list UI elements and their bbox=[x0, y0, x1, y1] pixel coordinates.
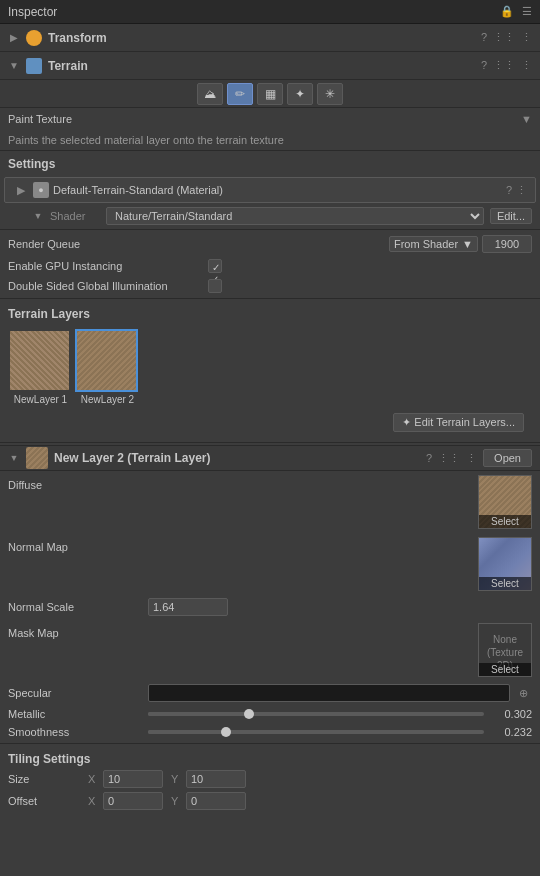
tiling-offset-row: Offset X Y bbox=[0, 790, 540, 812]
transform-expand-icon[interactable]: ▶ bbox=[8, 32, 20, 44]
render-queue-dropdown-value: From Shader bbox=[394, 238, 458, 250]
diffuse-texture-row: Diffuse Select bbox=[0, 471, 540, 533]
diffuse-select-button[interactable]: Select bbox=[479, 515, 531, 528]
material-menu-icon[interactable]: ⋮ bbox=[516, 184, 527, 197]
metallic-label: Metallic bbox=[8, 708, 148, 720]
shader-label: Shader bbox=[50, 210, 100, 222]
normal-scale-row: Normal Scale bbox=[0, 595, 540, 619]
layer-detail-name: New Layer 2 (Terrain Layer) bbox=[54, 451, 420, 465]
normal-map-label: Normal Map bbox=[8, 537, 148, 553]
metallic-slider-row: Metallic 0.302 bbox=[0, 705, 540, 723]
gpu-instancing-checkmark: ✓ bbox=[209, 260, 223, 274]
tiling-settings-header: Tiling Settings bbox=[0, 746, 540, 768]
mask-map-row: Mask Map None(Texture 2D) Select bbox=[0, 619, 540, 681]
terrain-layer-2-thumb bbox=[75, 329, 138, 392]
menu-icon[interactable]: ☰ bbox=[522, 5, 532, 18]
material-row: ▶ ● Default-Terrain-Standard (Material) … bbox=[4, 177, 536, 203]
terrain-layers-header: Terrain Layers bbox=[0, 301, 540, 325]
render-queue-input[interactable] bbox=[482, 235, 532, 253]
edit-terrain-row: ✦ Edit Terrain Layers... bbox=[0, 409, 540, 440]
shader-edit-button[interactable]: Edit... bbox=[490, 208, 532, 224]
double-sided-gi-label: Double Sided Global Illumination bbox=[8, 280, 208, 292]
transform-more-icon[interactable]: ⋮ bbox=[521, 31, 532, 44]
smoothness-slider-row: Smoothness 0.232 bbox=[0, 723, 540, 741]
terrain-layer-1[interactable]: NewLayer 1 bbox=[8, 329, 73, 405]
render-queue-dropdown-arrow: ▼ bbox=[462, 238, 473, 250]
smoothness-slider-thumb bbox=[221, 727, 231, 737]
settings-label: Settings bbox=[0, 151, 540, 175]
shader-row: ▼ Shader Nature/Terrain/Standard Edit... bbox=[0, 205, 540, 227]
transform-section-header: ▶ Transform ? ⋮⋮ ⋮ bbox=[0, 24, 540, 52]
layer-detail-expand-icon[interactable]: ▼ bbox=[8, 452, 20, 464]
layer-detail-menu-icon[interactable]: ⋮⋮ bbox=[438, 452, 460, 465]
render-queue-label: Render Queue bbox=[8, 238, 389, 250]
normal-map-texture-thumb: Select bbox=[478, 537, 532, 591]
terrain-expand-icon[interactable]: ▼ bbox=[8, 60, 20, 72]
double-sided-gi-row: Double Sided Global Illumination bbox=[0, 276, 540, 296]
mask-map-select-button[interactable]: Select bbox=[479, 663, 531, 676]
material-icon: ● bbox=[33, 182, 49, 198]
shader-expand-icon[interactable]: ▼ bbox=[32, 210, 44, 222]
tiling-size-fields: X Y bbox=[88, 770, 246, 788]
terrain-layer-2-texture bbox=[77, 331, 136, 390]
material-expand-icon[interactable]: ▶ bbox=[13, 182, 29, 198]
tiling-size-x-input[interactable] bbox=[103, 770, 163, 788]
material-sphere-icon: ● bbox=[38, 185, 43, 195]
terrain-layer-1-texture bbox=[10, 331, 69, 390]
gpu-instancing-label: Enable GPU Instancing bbox=[8, 260, 208, 272]
tiling-offset-label: Offset bbox=[8, 795, 88, 807]
render-queue-dropdown[interactable]: From Shader ▼ bbox=[389, 236, 478, 252]
normal-scale-input[interactable] bbox=[148, 598, 228, 616]
smoothness-slider-track[interactable] bbox=[148, 730, 484, 734]
transform-menu-icon[interactable]: ⋮⋮ bbox=[493, 31, 515, 44]
title-bar-icons: 🔒 ☰ bbox=[500, 5, 532, 18]
terrain-layer-2[interactable]: NewLayer 2 bbox=[75, 329, 140, 405]
paint-texture-button[interactable]: ✏ bbox=[227, 83, 253, 105]
gpu-instancing-row: Enable GPU Instancing ✓ bbox=[0, 256, 540, 276]
edit-terrain-layers-button[interactable]: ✦ Edit Terrain Layers... bbox=[393, 413, 524, 432]
layer-detail-icons: ? ⋮⋮ ⋮ bbox=[426, 452, 477, 465]
terrain-layers-grid: NewLayer 1 NewLayer 2 bbox=[0, 325, 540, 409]
tiling-size-y-input[interactable] bbox=[186, 770, 246, 788]
gpu-instancing-checkbox[interactable]: ✓ bbox=[208, 259, 222, 273]
metallic-slider-track[interactable] bbox=[148, 712, 484, 716]
tiling-offset-y-group: Y bbox=[171, 792, 246, 810]
specular-row: Specular ⊕ bbox=[0, 681, 540, 705]
paint-texture-row: Paint Texture ▼ bbox=[0, 108, 540, 130]
diffuse-label: Diffuse bbox=[8, 475, 148, 491]
smooth-button[interactable]: ▦ bbox=[257, 83, 283, 105]
transform-title: Transform bbox=[48, 31, 475, 45]
layer-detail-more-icon[interactable]: ⋮ bbox=[466, 452, 477, 465]
layer-detail-header: ▼ New Layer 2 (Terrain Layer) ? ⋮⋮ ⋮ Ope… bbox=[0, 445, 540, 471]
tiling-size-x-axis: X bbox=[88, 773, 100, 785]
specular-eyedropper-icon[interactable]: ⊕ bbox=[514, 684, 532, 702]
smoothness-label: Smoothness bbox=[8, 726, 148, 738]
specular-color-swatch[interactable] bbox=[148, 684, 510, 702]
terrain-toolbar: ⛰ ✏ ▦ ✦ ✳ bbox=[0, 80, 540, 108]
layer-open-button[interactable]: Open bbox=[483, 449, 532, 467]
double-sided-gi-checkbox[interactable] bbox=[208, 279, 222, 293]
terrain-layer-1-label: NewLayer 1 bbox=[8, 394, 73, 405]
terrain-help-icon[interactable]: ? bbox=[481, 59, 487, 72]
tiling-offset-x-axis: X bbox=[88, 795, 100, 807]
layer-detail-help-icon[interactable]: ? bbox=[426, 452, 432, 465]
tiling-offset-fields: X Y bbox=[88, 792, 246, 810]
terrain-title: Terrain bbox=[48, 59, 475, 73]
material-help-icon[interactable]: ? bbox=[506, 184, 512, 197]
lock-icon[interactable]: 🔒 bbox=[500, 5, 514, 18]
trees-button[interactable]: ✳ bbox=[317, 83, 343, 105]
paint-texture-label: Paint Texture bbox=[8, 113, 72, 125]
tiling-size-label: Size bbox=[8, 773, 88, 785]
stamp-button[interactable]: ✦ bbox=[287, 83, 313, 105]
terrain-more-icon[interactable]: ⋮ bbox=[521, 59, 532, 72]
shader-select[interactable]: Nature/Terrain/Standard bbox=[106, 207, 484, 225]
normal-map-select-button[interactable]: Select bbox=[479, 577, 531, 590]
tiling-offset-x-input[interactable] bbox=[103, 792, 163, 810]
paint-texture-arrow[interactable]: ▼ bbox=[521, 113, 532, 125]
material-name: Default-Terrain-Standard (Material) bbox=[53, 184, 502, 196]
tiling-offset-y-input[interactable] bbox=[186, 792, 246, 810]
terrain-menu-icon[interactable]: ⋮⋮ bbox=[493, 59, 515, 72]
terrain-layer-2-label: NewLayer 2 bbox=[75, 394, 140, 405]
transform-help-icon[interactable]: ? bbox=[481, 31, 487, 44]
paint-terrain-button[interactable]: ⛰ bbox=[197, 83, 223, 105]
